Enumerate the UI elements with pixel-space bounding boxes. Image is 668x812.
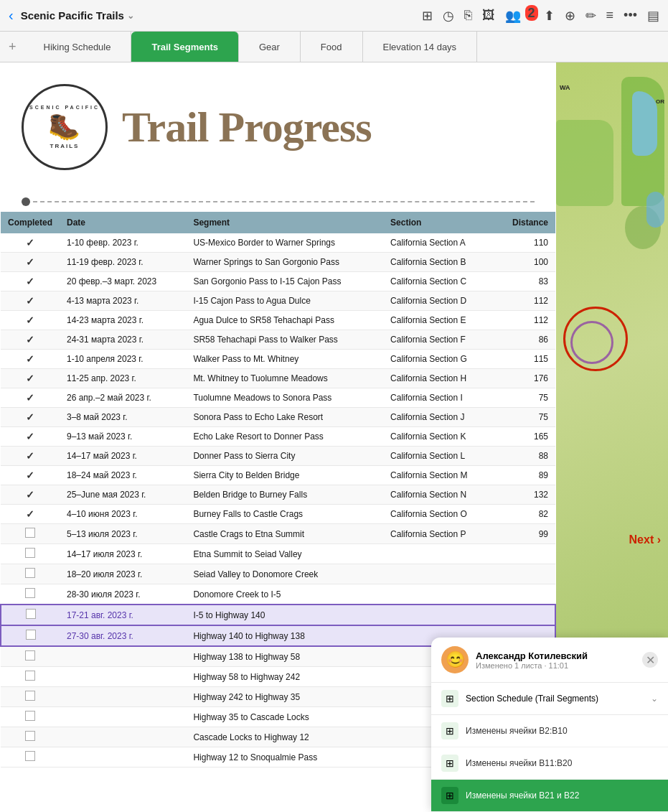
table-row[interactable]: 18–20 июля 2023 г.Seiad Valley to Donomo… xyxy=(1,564,555,584)
tab-food[interactable]: Food xyxy=(301,32,363,62)
completed-cell[interactable]: ✓ xyxy=(1,233,60,253)
distance-cell xyxy=(494,564,555,584)
segment-cell: Belden Bridge to Burney Falls xyxy=(186,485,383,505)
distance-cell: 165 xyxy=(494,427,555,447)
section-cell: California Section N xyxy=(383,485,494,505)
completed-cell[interactable] xyxy=(1,707,60,727)
completed-cell[interactable] xyxy=(1,605,60,625)
change-text-3: Изменены ячейки B21 и B22 xyxy=(466,790,579,801)
back-button[interactable]: ‹ xyxy=(9,7,14,24)
table-row[interactable]: ✓20 февр.–3 март. 2023San Gorgonio Pass … xyxy=(1,272,555,291)
table-row[interactable]: ✓18–24 май 2023 г.Sierra City to Belden … xyxy=(1,466,555,485)
completed-cell[interactable] xyxy=(1,687,60,707)
add-sheet-button[interactable]: + xyxy=(9,39,17,55)
completed-cell[interactable]: ✓ xyxy=(1,350,60,369)
clock-icon[interactable]: ◷ xyxy=(443,8,454,24)
comment-section-toggle[interactable]: ⊞ Section Schedule (Trail Segments) ⌄ xyxy=(431,683,668,715)
completed-cell[interactable] xyxy=(1,727,60,747)
table-row[interactable]: 5–13 июля 2023 г.Castle Crags to Etna Su… xyxy=(1,524,555,544)
table-row[interactable]: ✓11-25 апр. 2023 г.Mt. Whitney to Tuolum… xyxy=(1,369,555,388)
more-icon[interactable]: ••• xyxy=(624,8,637,23)
completed-cell[interactable] xyxy=(1,747,60,767)
section-cell xyxy=(383,564,494,584)
table-row[interactable]: ✓25–June мая 2023 г.Belden Bridge to Bur… xyxy=(1,485,555,505)
checkbox-empty xyxy=(25,588,35,598)
table-row[interactable]: ✓11-19 февр. 2023 г.Warner Springs to Sa… xyxy=(1,253,555,272)
table-row[interactable]: ✓24-31 марта 2023 г.SR58 Tehachapi Pass … xyxy=(1,330,555,350)
formula-icon[interactable]: ⊕ xyxy=(565,8,575,24)
table-row[interactable]: ✓14-23 марта 2023 г.Agua Dulce to SR58 T… xyxy=(1,311,555,330)
table-row[interactable]: 28-30 июля 2023 г.Donomore Creek to I-5 xyxy=(1,584,555,605)
segment-cell: SR58 Tehachapi Pass to Walker Pass xyxy=(186,330,383,350)
checkmark-icon: ✓ xyxy=(26,450,34,462)
completed-cell[interactable]: ✓ xyxy=(1,291,60,311)
change-item-1[interactable]: ⊞ Изменены ячейки B2:B10 xyxy=(431,715,668,747)
title-chevron-icon[interactable]: ⌄ xyxy=(127,11,134,21)
change-item-2[interactable]: ⊞ Изменены ячейки B11:B20 xyxy=(431,747,668,780)
checkmark-icon: ✓ xyxy=(26,470,34,481)
table-row[interactable]: 14–17 июля 2023 г.Etna Summit to Seiad V… xyxy=(1,544,555,564)
checkmark-icon: ✓ xyxy=(26,508,34,520)
completed-cell[interactable]: ✓ xyxy=(1,466,60,485)
change-item-3[interactable]: ⊞ Изменены ячейки B21 и B22 xyxy=(431,780,668,812)
completed-cell[interactable]: ✓ xyxy=(1,369,60,388)
date-cell: 28-30 июля 2023 г. xyxy=(60,584,186,605)
share-icon[interactable]: ⬆ xyxy=(544,8,555,24)
next-button[interactable]: Next › xyxy=(629,533,661,546)
progress-dot-filled xyxy=(22,197,30,206)
close-button[interactable]: ✕ xyxy=(642,652,658,668)
table-row[interactable]: ✓4–10 июня 2023 г.Burney Falls to Castle… xyxy=(1,505,555,524)
segment-cell: Agua Dulce to SR58 Tehachapi Pass xyxy=(186,311,383,330)
table-row[interactable]: ✓14–17 май 2023 г.Donner Pass to Sierra … xyxy=(1,447,555,466)
table-row[interactable]: 17-21 авг. 2023 г.I-5 to Highway 140 xyxy=(1,605,555,625)
table-row[interactable]: ✓9–13 май 2023 г.Echo Lake Resort to Don… xyxy=(1,427,555,447)
copy-icon[interactable]: ⎘ xyxy=(464,8,472,23)
table-row[interactable]: ✓1-10 февр. 2023 г.US-Mexico Border to W… xyxy=(1,233,555,253)
commenter-name: Александр Котилевский xyxy=(476,650,635,661)
distance-cell: 110 xyxy=(494,233,555,253)
map-water-1 xyxy=(632,91,657,156)
tab-trail-segments[interactable]: Trail Segments xyxy=(131,32,238,62)
completed-cell[interactable] xyxy=(1,524,60,544)
section-cell: California Section I xyxy=(383,388,494,408)
completed-cell[interactable] xyxy=(1,667,60,687)
completed-cell[interactable] xyxy=(1,625,60,646)
completed-cell[interactable]: ✓ xyxy=(1,485,60,505)
list-icon[interactable]: ≡ xyxy=(606,8,614,23)
completed-cell[interactable]: ✓ xyxy=(1,408,60,427)
completed-cell[interactable] xyxy=(1,584,60,605)
distance-cell xyxy=(494,605,555,625)
completed-cell[interactable] xyxy=(1,544,60,564)
table-row[interactable]: ✓26 апр.–2 май 2023 г.Tuolumne Meadows t… xyxy=(1,388,555,408)
toolbar: ‹ Scenic Pacific Trails ⌄ ⊞ ◷ ⎘ 🖼 👥2 ⬆ ⊕… xyxy=(0,0,668,32)
tab-gear[interactable]: Gear xyxy=(239,32,301,62)
tab-elevation[interactable]: Elevation 14 days xyxy=(363,32,478,62)
collaboration-icon[interactable]: 👥2 xyxy=(505,8,534,24)
table-row[interactable]: ✓3–8 май 2023 г.Sonora Pass to Echo Lake… xyxy=(1,408,555,427)
completed-cell[interactable] xyxy=(1,646,60,667)
grid-icon[interactable]: ⊞ xyxy=(422,8,433,24)
completed-cell[interactable]: ✓ xyxy=(1,447,60,466)
table-row[interactable]: ✓4-13 марта 2023 г.I-15 Cajon Pass to Ag… xyxy=(1,291,555,311)
col-segment: Segment xyxy=(186,212,383,233)
section-cell: California Section H xyxy=(383,369,494,388)
sidebar-icon[interactable]: ▤ xyxy=(647,8,659,24)
completed-cell[interactable]: ✓ xyxy=(1,427,60,447)
segment-cell: US-Mexico Border to Warner Springs xyxy=(186,233,383,253)
segment-cell: Highway 140 to Highway 138 xyxy=(186,625,383,646)
completed-cell[interactable]: ✓ xyxy=(1,388,60,408)
checkmark-icon: ✓ xyxy=(26,411,34,423)
tab-hiking-schedule[interactable]: Hiking Schedule xyxy=(24,32,132,62)
date-cell: 11-19 февр. 2023 г. xyxy=(60,253,186,272)
completed-cell[interactable]: ✓ xyxy=(1,272,60,291)
pencil-icon[interactable]: ✏ xyxy=(585,8,596,24)
completed-cell[interactable]: ✓ xyxy=(1,253,60,272)
date-cell: 14-23 марта 2023 г. xyxy=(60,311,186,330)
table-row[interactable]: ✓1-10 апреля 2023 г.Walker Pass to Mt. W… xyxy=(1,350,555,369)
completed-cell[interactable]: ✓ xyxy=(1,311,60,330)
completed-cell[interactable]: ✓ xyxy=(1,330,60,350)
image-icon[interactable]: 🖼 xyxy=(482,8,495,23)
comment-time: Изменено 1 листа · 11:01 xyxy=(476,661,635,670)
completed-cell[interactable] xyxy=(1,564,60,584)
completed-cell[interactable]: ✓ xyxy=(1,505,60,524)
